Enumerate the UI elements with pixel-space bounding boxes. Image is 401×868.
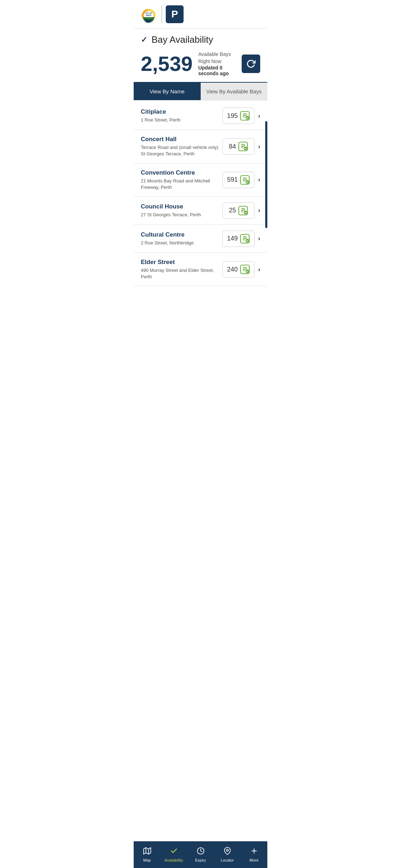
refresh-icon <box>246 59 256 68</box>
parking-info: Concert Hall Terrace Road and (small veh… <box>141 136 222 157</box>
page-title-section: ✓ Bay Availability <box>134 29 267 48</box>
parking-info: Council House 27 St Georges Terrace, Per… <box>141 203 222 218</box>
parking-available-icon: P <box>240 234 250 244</box>
parking-list-item[interactable]: Council House 27 St Georges Terrace, Per… <box>134 197 267 225</box>
available-count: 2,539 <box>141 53 192 74</box>
parking-badge: 149 P <box>222 231 255 247</box>
parking-list: Citiplace 1 Roe Street, Perth 195 P › Co… <box>134 102 267 286</box>
parking-address: 21 Mounts Bay Road and Mitchell Freeway,… <box>141 178 222 191</box>
parking-badge: 240 P <box>222 261 255 278</box>
view-by-bays-button[interactable]: View By Available Bays <box>201 83 268 100</box>
view-by-name-button[interactable]: View By Name <box>134 83 201 100</box>
parking-info: Convention Centre 21 Mounts Bay Road and… <box>141 169 222 191</box>
parking-address: 490 Murray Street and Elder Street, Pert… <box>141 267 222 280</box>
parking-info: Citiplace 1 Roe Street, Perth <box>141 108 222 123</box>
svg-text:City of Light: City of Light <box>146 17 151 19</box>
parking-available-icon: P <box>238 206 248 216</box>
parking-address: 27 St Georges Terrace, Perth <box>141 212 222 218</box>
chevron-right-icon: › <box>258 176 260 184</box>
scroll-indicator <box>265 121 267 228</box>
parking-available-icon: P <box>240 111 250 121</box>
stats-info: Available Bays Right Now Updated 0 secon… <box>198 51 236 76</box>
perth-logo-icon: CITY OF PERTH City of Light <box>139 5 158 24</box>
parking-letter: P <box>171 9 178 20</box>
parking-address: 1 Roe Street, Perth <box>141 117 222 123</box>
badge-number: 195 <box>227 112 238 120</box>
chevron-right-icon: › <box>258 207 260 214</box>
city-of-perth-logo: CITY OF PERTH City of Light <box>139 5 158 24</box>
parking-name: Cultural Centre <box>141 231 222 238</box>
page-title: Bay Availability <box>151 34 213 45</box>
parking-info: Elder Street 490 Murray Street and Elder… <box>141 259 222 280</box>
parking-list-item[interactable]: Elder Street 490 Murray Street and Elder… <box>134 253 267 286</box>
parking-address: Terrace Road and (small vehicle only) St… <box>141 144 222 157</box>
parking-address: 2 Roe Street, Northbridge <box>141 240 222 246</box>
parking-list-item[interactable]: Citiplace 1 Roe Street, Perth 195 P › <box>134 102 267 130</box>
parking-available-icon: P <box>240 264 250 274</box>
logo-divider <box>161 5 162 23</box>
parking-name: Elder Street <box>141 259 222 266</box>
badge-number: 240 <box>227 266 238 273</box>
view-toggle-section: View By Name View By Available Bays <box>134 82 267 100</box>
parking-name: Citiplace <box>141 108 222 115</box>
check-icon: ✓ <box>141 35 147 45</box>
parking-info: Cultural Centre 2 Roe Street, Northbridg… <box>141 231 222 246</box>
updated-text: Updated 0 seconds ago <box>198 65 236 76</box>
svg-text:PERTH: PERTH <box>146 15 151 16</box>
stats-section: 2,539 Available Bays Right Now Updated 0… <box>134 48 267 82</box>
badge-number: 84 <box>229 143 236 150</box>
parking-available-icon: P <box>238 141 248 151</box>
app-header: CITY OF PERTH City of Light P <box>134 0 267 29</box>
parking-badge: 25 P <box>222 202 255 219</box>
parking-name: Convention Centre <box>141 169 222 176</box>
logo-container: CITY OF PERTH City of Light P <box>139 5 184 24</box>
svg-text:CITY OF: CITY OF <box>145 12 152 14</box>
parking-list-item[interactable]: Concert Hall Terrace Road and (small veh… <box>134 130 267 163</box>
chevron-right-icon: › <box>258 143 260 150</box>
chevron-right-icon: › <box>258 112 260 120</box>
parking-badge: 195 P <box>222 108 255 124</box>
parking-badge: 591 P <box>222 172 255 188</box>
chevron-right-icon: › <box>258 266 260 273</box>
main-content: CITY OF PERTH City of Light P ✓ Bay Avai… <box>134 0 267 313</box>
parking-name: Concert Hall <box>141 136 222 143</box>
refresh-button[interactable] <box>242 55 260 73</box>
available-label: Available Bays Right Now <box>198 51 236 65</box>
parking-name: Council House <box>141 203 222 210</box>
parking-list-item[interactable]: Convention Centre 21 Mounts Bay Road and… <box>134 164 267 197</box>
parking-badge: 84 P <box>222 138 255 155</box>
badge-number: 149 <box>227 235 238 242</box>
parking-available-icon: P <box>240 175 250 185</box>
parking-list-item[interactable]: Cultural Centre 2 Roe Street, Northbridg… <box>134 225 267 253</box>
chevron-right-icon: › <box>258 235 260 242</box>
badge-number: 591 <box>227 176 238 184</box>
badge-number: 25 <box>229 207 236 214</box>
parking-p-logo: P <box>166 5 184 23</box>
